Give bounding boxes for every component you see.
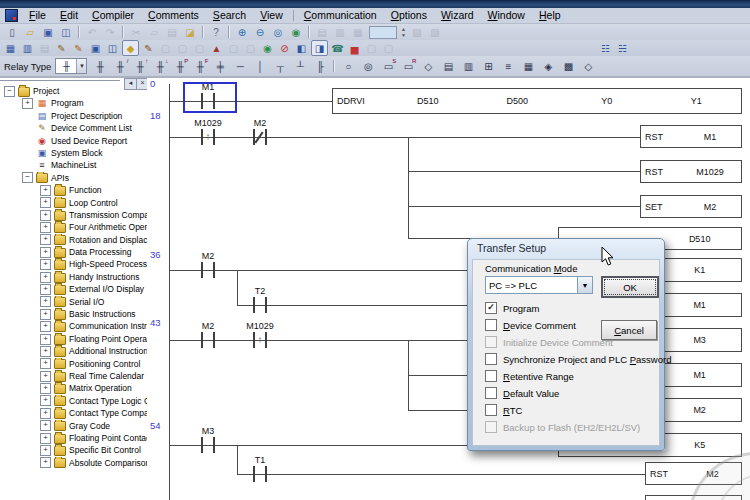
tree-item-real-time-calendar[interactable]: +Real Time Calendar xyxy=(0,370,147,382)
expand-icon[interactable]: + xyxy=(40,296,51,307)
print-list-icon[interactable]: ▥ xyxy=(332,25,348,39)
expand-icon[interactable]: + xyxy=(40,457,51,468)
menu-options[interactable]: Options xyxy=(384,8,434,23)
monitor-icon[interactable]: ◨ xyxy=(311,40,328,56)
misc2-icon[interactable]: ▨ xyxy=(427,25,443,39)
instruction-view-icon[interactable]: ▥ xyxy=(20,41,35,55)
checkbox-icon[interactable] xyxy=(485,353,497,365)
new-file-icon[interactable]: ▯ xyxy=(4,25,20,39)
counter-icon[interactable]: ▥ xyxy=(459,58,477,75)
help-icon[interactable]: ◉ xyxy=(288,25,304,39)
online-icon[interactable]: ☎ xyxy=(330,41,345,55)
expand-icon[interactable]: + xyxy=(40,222,51,233)
cut-icon[interactable]: ✂ xyxy=(128,25,144,39)
write-mode-icon[interactable]: ✎ xyxy=(141,41,156,55)
print-setup-icon[interactable]: ▦ xyxy=(350,25,366,39)
block-icon[interactable]: ▦ xyxy=(519,58,537,75)
comment-icon[interactable]: ✎ xyxy=(54,41,69,55)
zoom-in-icon[interactable]: ⊕ xyxy=(234,25,250,39)
instruction-box-rst[interactable]: RSTM2 xyxy=(645,462,742,485)
checkbox-synchronize-project-and-plc-password[interactable]: Synchronize Project and PLC Password xyxy=(485,353,671,365)
expand-icon[interactable]: + xyxy=(40,272,51,283)
tree-item-four-arithmetic-operations[interactable]: +Four Arithmetic Operations xyxy=(0,221,147,233)
toolbar-value-field[interactable] xyxy=(369,26,397,39)
expand-icon[interactable]: + xyxy=(22,98,33,109)
expand-icon[interactable]: + xyxy=(40,358,51,369)
tool3-icon[interactable]: ▢ xyxy=(192,41,207,55)
expand-icon[interactable]: + xyxy=(40,321,51,332)
extra-icon[interactable]: ◇ xyxy=(579,58,597,75)
tree-item-serial-i-o[interactable]: +Serial I/O xyxy=(0,296,147,308)
reset-coil-icon[interactable]: ▭R xyxy=(399,58,417,75)
branch-down-icon[interactable]: ┬ xyxy=(271,58,289,75)
compile-icon[interactable]: ▲ xyxy=(209,41,224,55)
expand-icon[interactable]: + xyxy=(40,408,51,419)
instruction-box-ddrvi[interactable]: DDRVID510D500Y0Y1 xyxy=(332,88,742,114)
end-icon[interactable]: ▩ xyxy=(559,58,577,75)
instruction-box-rst[interactable]: RSTM1 xyxy=(640,125,742,148)
ok-button[interactable]: OK xyxy=(601,276,659,298)
tree-item-data-processing[interactable]: +Data Processing xyxy=(0,246,147,258)
falling-contact-icon[interactable]: ╫↓ xyxy=(151,58,169,75)
tree-item-loop-control[interactable]: +Loop Control xyxy=(0,197,147,209)
menu-wizard[interactable]: Wizard xyxy=(434,8,481,23)
expand-icon[interactable]: + xyxy=(40,247,51,258)
contact-nc-m2[interactable]: M2 xyxy=(238,118,282,145)
collapse-icon[interactable]: − xyxy=(22,172,33,183)
window-split-icon[interactable]: ◫ xyxy=(105,41,120,55)
vertical-line-icon[interactable]: │ xyxy=(251,58,269,75)
zoom-out-icon[interactable]: ⊖ xyxy=(252,25,268,39)
expand-icon[interactable]: + xyxy=(40,234,51,245)
expand-icon[interactable]: + xyxy=(40,334,51,345)
expand-icon[interactable]: + xyxy=(40,433,51,444)
expand-icon[interactable]: + xyxy=(40,383,51,394)
closed-contact-icon[interactable]: ╫/ xyxy=(111,58,129,75)
application-instruction-icon[interactable]: ◇ xyxy=(419,58,437,75)
checkbox-device-comment[interactable]: Device Comment xyxy=(485,319,576,331)
expand-icon[interactable]: + xyxy=(40,371,51,382)
checkbox-retentive-range[interactable]: Retentive Range xyxy=(485,370,574,382)
edit-comment-icon[interactable]: ✎ xyxy=(71,41,86,55)
rising-contact-icon[interactable]: ╫↑ xyxy=(131,58,149,75)
expand-icon[interactable]: + xyxy=(40,309,51,320)
checkbox-icon[interactable] xyxy=(485,370,497,382)
jump-icon[interactable]: ◈ xyxy=(539,58,557,75)
tree-item-external-i-o-display[interactable]: +External I/O Display xyxy=(0,283,147,295)
tool2-icon[interactable]: ▢ xyxy=(175,41,190,55)
menu-edit[interactable]: Edit xyxy=(53,8,85,23)
sfc-view-icon[interactable]: ▤ xyxy=(37,41,52,55)
ladder-view-icon[interactable]: ▦ xyxy=(3,41,18,55)
menu-view[interactable]: View xyxy=(253,8,290,23)
copy-icon[interactable]: ▱ xyxy=(146,25,162,39)
master-control-icon[interactable]: ≡ xyxy=(499,58,517,75)
download-icon[interactable]: ◧ xyxy=(294,41,309,55)
tree-item-rotation-and-displacement[interactable]: +Rotation and Displacement xyxy=(0,234,147,246)
contact-no-m1[interactable]: M1 xyxy=(186,82,230,109)
menu-compiler[interactable]: Compiler xyxy=(85,8,141,23)
compare-contact-icon[interactable]: ╪ xyxy=(211,58,229,75)
instruction-box-set[interactable]: SETM2 xyxy=(640,195,742,218)
tool4-icon[interactable]: ▢ xyxy=(226,41,241,55)
paste-icon[interactable]: ▤ xyxy=(164,25,180,39)
contact-no-m3[interactable]: M3 xyxy=(186,426,230,453)
tree-item-handy-instructions[interactable]: +Handy Instructions xyxy=(0,271,147,283)
chart-icon[interactable]: ▅ xyxy=(347,41,362,55)
expand-icon[interactable]: + xyxy=(40,210,51,221)
tree-item-function[interactable]: +Function xyxy=(0,184,147,196)
output-coil-icon[interactable]: ○ xyxy=(339,58,357,75)
expand-icon[interactable]: + xyxy=(40,346,51,357)
tree-item-positioning-control[interactable]: +Positioning Control xyxy=(0,358,147,370)
tree-item-matrix-operation[interactable]: +Matrix Operation xyxy=(0,382,147,394)
tree-item-used-device-report[interactable]: ◉Used Device Report xyxy=(0,135,147,147)
horizontal-line-icon[interactable]: ─ xyxy=(231,58,249,75)
menu-file[interactable]: File xyxy=(22,8,53,23)
eraser-icon[interactable]: ◪ xyxy=(182,25,198,39)
redo-icon[interactable]: ↷ xyxy=(102,25,118,39)
tree-item-floating-point-contact-type[interactable]: +Floating Point Contact Type xyxy=(0,432,147,444)
checkbox-icon[interactable] xyxy=(485,319,497,331)
inverse-coil-icon[interactable]: ◎ xyxy=(359,58,377,75)
expand-icon[interactable]: + xyxy=(40,185,51,196)
expand-icon[interactable]: + xyxy=(40,395,51,406)
open-contact-icon[interactable]: ╫ xyxy=(91,58,109,75)
tree-item-floating-point-operation[interactable]: +Floating Point Operation xyxy=(0,333,147,345)
